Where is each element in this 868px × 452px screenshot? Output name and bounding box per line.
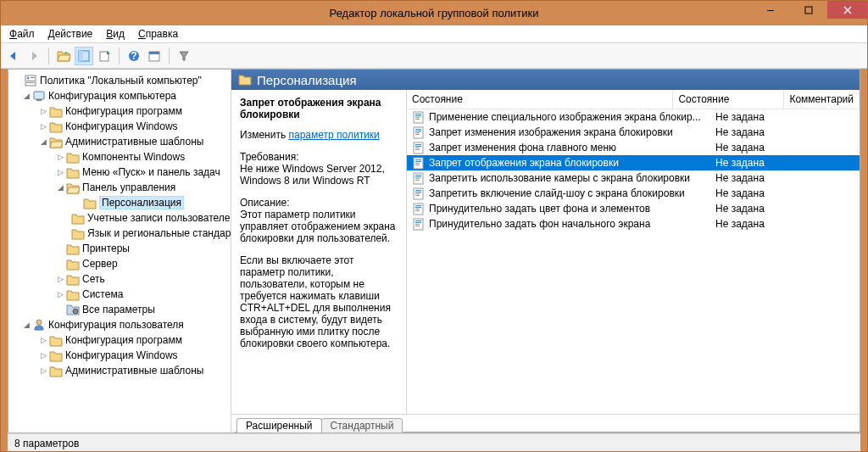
setting-icon [412,156,426,170]
help-button[interactable]: ? [125,47,143,65]
user-icon [32,318,46,332]
edit-policy-link[interactable]: параметр политики [288,129,379,141]
tree-system[interactable]: ▷ Система [8,287,231,302]
tree-personalization[interactable]: Персонализация [8,195,231,210]
setting-name: Принудительно задать цвет фона и элемент… [429,203,650,215]
list-row[interactable]: Запретить включение слайд-шоу с экрана б… [407,186,860,201]
expander-icon[interactable]: ▷ [37,366,49,375]
tree-printers[interactable]: Принтеры [8,241,231,256]
list-row[interactable]: Принудительно задать фон начального экра… [407,216,860,232]
tree-u-admin-templates[interactable]: ▷ Административные шаблоны [8,363,231,378]
expander-icon[interactable]: ◢ [20,321,32,329]
expander-icon[interactable]: ▷ [54,168,66,176]
requirements-label: Требования: [240,151,398,163]
setting-icon [412,187,426,200]
tree-u-program-config[interactable]: ▷ Конфигурация программ [8,332,231,348]
setting-icon [412,141,426,154]
expander-icon[interactable]: ◢ [20,92,32,100]
setting-name: Принудительно задать фон начального экра… [429,218,650,230]
folder-icon [66,165,80,179]
folder-icon [238,73,252,86]
expander-icon[interactable]: ▷ [54,153,66,161]
folder-icon [49,135,63,148]
list-row[interactable]: Запрет изменения фона главного менюНе за… [407,140,860,155]
setting-state: Не задана [715,172,765,184]
list-row[interactable]: Запрет изменения изображения экрана блок… [407,125,860,140]
menu-view[interactable]: Вид [106,28,125,40]
tree-root[interactable]: Политика "Локальный компьютер" [8,73,231,88]
tree-program-config[interactable]: ▷ Конфигурация программ [8,103,231,119]
tree-user-accounts[interactable]: Учетные записи пользователей [8,210,231,226]
forward-button[interactable] [25,47,43,65]
tree-server[interactable]: Сервер [8,256,231,271]
column-name[interactable]: Состояние [407,90,673,109]
expander-icon[interactable]: ▷ [54,275,66,283]
folder-icon [66,257,80,271]
list-row[interactable]: Принудительно задать цвет фона и элемент… [407,201,860,216]
tree-windows-components[interactable]: ▷ Компоненты Windows [8,149,231,165]
list-row[interactable]: Запретить использование камеры с экрана … [407,170,860,186]
close-button[interactable] [827,1,867,19]
expander-icon[interactable]: ▷ [54,290,66,299]
folder-icon [66,150,80,164]
back-button[interactable] [4,47,23,65]
folder-icon [83,196,97,209]
folder-icon [66,181,80,194]
setting-icon [412,126,426,139]
setting-icon [412,110,426,124]
expander-icon[interactable]: ◢ [54,183,66,192]
setting-state: Не задана [715,126,765,138]
folder-icon [49,120,63,133]
page-title: Персонализация [257,73,357,87]
tree-u-windows-config[interactable]: ▷ Конфигурация Windows [8,348,231,363]
list-row[interactable]: Применение специального изображения экра… [407,109,860,125]
show-hide-tree-button[interactable] [75,47,93,65]
expander-icon[interactable]: ▷ [37,107,49,115]
list-row[interactable]: Запрет отображения экрана блокировкиНе з… [407,155,860,170]
tree-all-params[interactable]: Все параметры [8,302,231,317]
expander-icon[interactable]: ▷ [37,336,49,344]
filter-button[interactable] [175,47,193,65]
tree-control-panel[interactable]: ◢ Панель управления [8,180,231,195]
folder-icon [66,272,80,286]
export-button[interactable] [95,47,114,65]
expander-icon[interactable]: ▷ [37,122,49,131]
tab-standard[interactable]: Стандартный [321,418,403,432]
menu-action[interactable]: Действие [48,28,93,40]
menubar: Файл Действие Вид Справка [1,25,867,43]
tree-computer-config[interactable]: ◢ Конфигурация компьютера [8,88,231,103]
maximize-button[interactable] [789,1,827,19]
menu-file[interactable]: Файл [9,28,35,40]
statusbar: 8 параметров [8,433,860,452]
tree-pane[interactable]: Политика "Локальный компьютер" ◢ Конфигу… [8,70,231,432]
expander-icon[interactable]: ◢ [37,137,49,146]
status-text: 8 параметров [14,438,79,449]
up-button[interactable] [54,47,73,65]
description-text: Этот параметр политики управляет отображ… [240,209,398,244]
folder-icon [66,242,80,255]
menu-help[interactable]: Справка [138,28,178,40]
minimize-button[interactable] [751,1,789,19]
tree-user-config[interactable]: ◢ Конфигурация пользователя [8,317,231,332]
tree-windows-config[interactable]: ▷ Конфигурация Windows [8,119,231,134]
setting-state: Не задана [715,157,765,169]
tree-start-menu[interactable]: ▷ Меню «Пуск» и панель задач [8,165,231,180]
tree-lang-regional[interactable]: Язык и региональные стандарты [8,226,231,241]
folder-icon [71,211,85,225]
setting-state: Не задана [715,203,765,215]
tab-extended[interactable]: Расширенный [236,418,322,432]
folder-icon [49,349,63,362]
settings-list[interactable]: Состояние Состояние Комментарий Применен… [407,90,860,414]
column-comment[interactable]: Комментарий [784,90,860,109]
svg-rect-16 [767,10,774,11]
properties-button[interactable] [145,47,164,65]
policy-icon [24,74,37,87]
description-label: Описание: [240,197,398,209]
column-state[interactable]: Состояние [673,90,784,109]
expander-icon[interactable]: ▷ [37,351,49,360]
tree-network[interactable]: ▷ Сеть [8,271,231,287]
setting-name: Применение специального изображения экра… [429,111,701,123]
view-tabs: Расширенный Стандартный [231,415,860,432]
setting-name: Запрет изменения изображения экрана блок… [429,126,673,138]
tree-admin-templates[interactable]: ◢ Административные шаблоны [8,134,231,149]
